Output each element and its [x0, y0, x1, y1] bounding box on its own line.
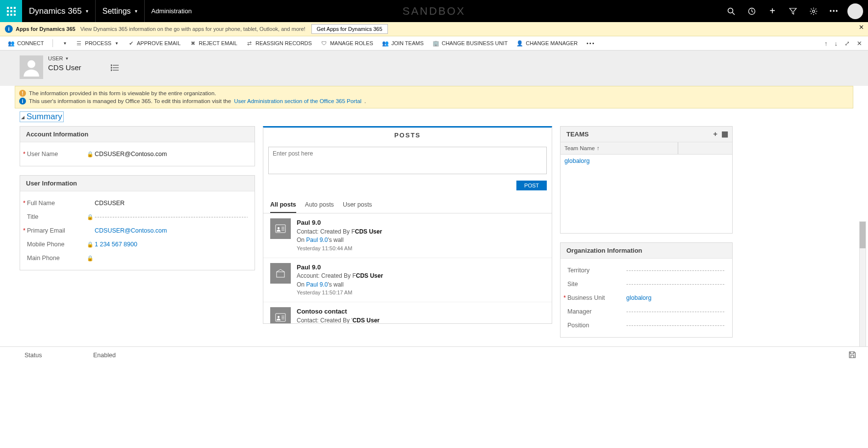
nav-up-button[interactable]: ↑	[824, 40, 828, 47]
cmd-connect-menu[interactable]: ▼	[62, 41, 67, 46]
wall-suffix: 's wall	[328, 281, 343, 288]
post-wall-link[interactable]: Paul 9.0	[306, 237, 328, 243]
cmd-right-tools: ↑ ↓ ⤢ ✕	[824, 40, 862, 47]
teams-col-blank[interactable]	[678, 142, 732, 154]
cmd-reassign-label: REASSIGN RECORDS	[255, 40, 312, 46]
field-mobile-label: Mobile Phone	[27, 241, 86, 248]
field-position-label: Position	[567, 322, 626, 329]
field-territory-value[interactable]: ----------------------------------------…	[626, 267, 725, 274]
tab-all-posts[interactable]: All posts	[270, 198, 296, 213]
team-row[interactable]: globalorg	[561, 155, 732, 167]
cmd-manage-roles[interactable]: 🛡MANAGE ROLES	[321, 40, 373, 47]
reassign-icon: ⇄	[246, 40, 253, 47]
post-item[interactable]: Contoso contact Contact: Created By 'CDS…	[263, 302, 552, 323]
filter-button[interactable]	[783, 0, 803, 22]
teams-header: TEAMS + ▦	[561, 127, 732, 142]
cmd-cmgr-label: CHANGE MANAGER	[526, 40, 578, 46]
account-info-header: Account Information	[20, 127, 255, 142]
form-footer: Status Enabled	[0, 346, 868, 364]
brand-label: Dynamics 365	[29, 6, 82, 16]
global-navbar: Dynamics 365 ▾ Settings ▾ Administration…	[0, 0, 868, 22]
get-apps-button[interactable]: Get Apps for Dynamics 365	[311, 24, 388, 34]
search-button[interactable]	[721, 0, 741, 22]
svg-line-10	[733, 12, 735, 15]
office365-portal-link[interactable]: User Administration section of the Offic…	[234, 98, 361, 104]
teams-grid-button[interactable]: ▦	[721, 130, 728, 138]
close-button[interactable]: ✕	[857, 40, 862, 47]
post-textarea[interactable]	[268, 147, 547, 174]
save-button[interactable]	[848, 351, 856, 360]
teams-header-label: TEAMS	[566, 131, 589, 138]
more-button[interactable]: •••	[824, 0, 844, 22]
field-bu-value[interactable]: globalorg	[626, 294, 725, 301]
section-summary-header[interactable]: Summary	[20, 111, 64, 122]
record-avatar	[20, 55, 43, 79]
settings-button[interactable]	[803, 0, 824, 22]
contact-icon	[270, 218, 291, 239]
field-site-label: Site	[567, 281, 626, 288]
form-scrollbar[interactable]	[859, 221, 866, 364]
nav-settings[interactable]: Settings ▾	[95, 0, 144, 22]
field-position-value[interactable]: ----------------------------------------…	[626, 322, 725, 329]
close-notif-button[interactable]: ✕	[859, 24, 864, 31]
create-button[interactable]: +	[762, 0, 783, 22]
app-launcher-button[interactable]	[0, 0, 22, 22]
post-line: Contact: Created By F	[297, 228, 355, 235]
sandbox-watermark: SANDBOX	[403, 5, 466, 18]
svg-rect-7	[10, 14, 12, 16]
cmd-approve-email[interactable]: ✔APPROVE EMAIL	[128, 40, 180, 47]
field-mainphone-label: Main Phone	[27, 255, 86, 262]
field-site-value[interactable]: ----------------------------------------…	[626, 281, 725, 288]
cmd-reject-email[interactable]: ✖REJECT EMAIL	[189, 40, 237, 47]
cmd-process-label: PROCESS	[85, 40, 111, 46]
warning-icon: !	[19, 90, 26, 97]
chevron-down-icon: ▾	[86, 8, 88, 14]
nav-down-button[interactable]: ↓	[835, 40, 838, 47]
cmd-reassign[interactable]: ⇄REASSIGN RECORDS	[246, 40, 312, 47]
cmd-approve-label: APPROVE EMAIL	[137, 40, 180, 46]
user-avatar[interactable]	[847, 3, 863, 19]
warning-org-visibility: The information provided in this form is…	[29, 90, 216, 96]
tab-user-posts[interactable]: User posts	[343, 198, 372, 213]
sort-asc-icon: ↑	[597, 145, 600, 151]
tab-auto-posts[interactable]: Auto posts	[305, 198, 334, 213]
chevron-down-icon: ▾	[135, 8, 137, 14]
cmd-process[interactable]: ☰PROCESS▼	[76, 40, 119, 47]
cmd-join-teams[interactable]: 👥JOIN TEAMS	[382, 40, 424, 47]
wall-suffix: 's wall	[328, 237, 343, 243]
cmd-change-manager[interactable]: 👤CHANGE MANAGER	[516, 40, 578, 47]
team-link[interactable]: globalorg	[564, 158, 589, 164]
person-icon	[22, 58, 41, 77]
nav-administration[interactable]: Administration	[144, 0, 199, 22]
svg-line-17	[811, 8, 812, 9]
post-wall-link[interactable]: Paul 9.0	[306, 281, 328, 288]
field-username-value[interactable]: CDSUSER@Contoso.com	[95, 151, 248, 158]
record-meta: USER▼ CDS User	[48, 55, 81, 72]
gear-icon	[810, 7, 817, 15]
popout-button[interactable]: ⤢	[844, 40, 850, 47]
cmd-change-bu[interactable]: 🏢CHANGE BUSINESS UNIT	[433, 40, 508, 47]
post-submit-button[interactable]: POST	[516, 181, 547, 190]
field-email-value[interactable]: CDSUSER@Contoso.com	[95, 227, 248, 234]
form-warnings: !The information provided in this form i…	[15, 86, 853, 108]
post-item[interactable]: Paul 9.0 Contact: Created By FCDS User O…	[263, 213, 552, 258]
info-icon: i	[5, 25, 13, 33]
svg-point-29	[278, 227, 280, 229]
field-title-value[interactable]: ----------------------------------------…	[95, 213, 248, 220]
record-type-dropdown[interactable]: USER▼	[48, 55, 81, 61]
teams-add-button[interactable]: +	[713, 130, 717, 138]
field-manager-value[interactable]: ----------------------------------------…	[626, 308, 725, 315]
waffle-icon	[7, 7, 16, 16]
svg-rect-4	[10, 10, 12, 12]
form-selector-button[interactable]	[111, 64, 119, 73]
brand-dropdown[interactable]: Dynamics 365 ▾	[22, 6, 95, 16]
post-item[interactable]: Paul 9.0 Account: Created By FCDS User O…	[263, 258, 552, 303]
user-info-header: User Information	[20, 176, 255, 191]
field-fullname-value[interactable]: CDSUSER	[95, 200, 248, 207]
cmd-overflow[interactable]: •••	[587, 40, 595, 46]
field-mobile-value[interactable]: 1 234 567 8900	[95, 241, 248, 248]
recent-button[interactable]	[741, 0, 762, 22]
teams-col-name[interactable]: Team Name↑	[561, 142, 678, 154]
cmd-connect[interactable]: 👥CONNECT	[8, 40, 44, 47]
scrollbar-thumb[interactable]	[860, 222, 866, 248]
